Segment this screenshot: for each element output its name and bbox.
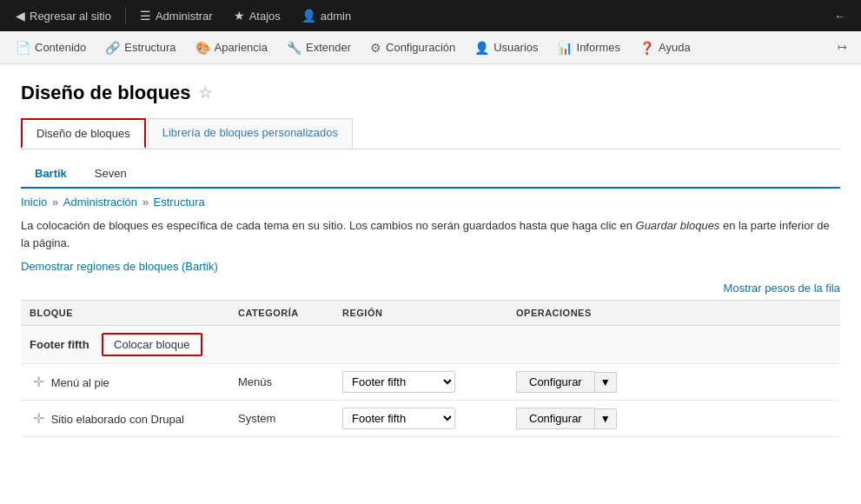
show-weights-link[interactable]: Mostrar pesos de la fila: [21, 282, 840, 295]
menu-icon: ☰: [140, 9, 151, 23]
col-header-bloque: BLOQUE: [21, 301, 229, 326]
nav-collapse[interactable]: ↦: [831, 37, 854, 57]
block-name-2: Sitio elaborado con Drupal: [51, 413, 184, 426]
table-row: ✛ Sitio elaborado con Drupal System Foot…: [21, 401, 840, 437]
usuarios-icon: 👤: [474, 41, 489, 55]
apariencia-icon: 🎨: [195, 41, 210, 55]
blocks-table: BLOQUE CATEGORÍA REGIÓN OPERACIONES Foot…: [21, 300, 840, 437]
nav-configuracion[interactable]: ⚙ Configuración: [361, 36, 464, 60]
block-categoria-1: Menús: [229, 364, 334, 401]
informes-icon: 📊: [558, 41, 573, 55]
nav-ayuda[interactable]: ❓ Ayuda: [631, 36, 699, 60]
nav-contenido[interactable]: 📄 Contenido: [7, 36, 95, 60]
user-icon: 👤: [301, 9, 316, 23]
extender-icon: 🔧: [287, 41, 301, 55]
region-select-2[interactable]: Footer fifth: [342, 408, 455, 429]
col-header-categoria: CATEGORÍA: [229, 301, 334, 326]
secondary-tabs: Bartik Seven: [21, 160, 840, 189]
config-btn-group-2: Configurar ▼: [516, 408, 617, 429]
description-text: La colocación de bloques es específica d…: [21, 217, 840, 251]
tab-libreria-bloques[interactable]: Librería de bloques personalizados: [148, 118, 353, 149]
nav-extender[interactable]: 🔧 Extender: [278, 36, 360, 60]
configurar-button-2[interactable]: Configurar: [516, 408, 594, 429]
user-menu[interactable]: 👤 admin: [293, 5, 360, 26]
bookmark-icon[interactable]: ☆: [198, 83, 212, 103]
region-row-footer-fifth: Footer fifth Colocar bloque: [21, 326, 840, 364]
drag-handle-1[interactable]: ✛: [30, 373, 48, 391]
secondary-nav: 📄 Contenido 🔗 Estructura 🎨 Apariencia 🔧 …: [0, 31, 861, 64]
tab-diseno-bloques[interactable]: Diseño de bloques: [21, 118, 146, 149]
admin-bar-right: ←: [825, 6, 854, 26]
table-body: Footer fifth Colocar bloque ✛ Menú al pi…: [21, 326, 840, 437]
table-header: BLOQUE CATEGORÍA REGIÓN OPERACIONES: [21, 301, 840, 326]
config-dropdown-1[interactable]: ▼: [594, 372, 617, 393]
colocar-bloque-button[interactable]: Colocar bloque: [102, 333, 202, 356]
configuracion-icon: ⚙: [370, 41, 381, 55]
shortcuts-menu[interactable]: ★ Atajos: [225, 5, 289, 26]
main-content: Diseño de bloques ☆ Diseño de bloques Li…: [0, 64, 861, 454]
nav-apariencia[interactable]: 🎨 Apariencia: [187, 36, 276, 60]
admin-menu[interactable]: ☰ Administrar: [131, 5, 222, 26]
primary-tabs: Diseño de bloques Librería de bloques pe…: [21, 118, 840, 149]
contenido-icon: 📄: [16, 41, 30, 55]
admin-bar: ◀ Regresar al sitio ☰ Administrar ★ Ataj…: [0, 0, 861, 31]
breadcrumb-estructura[interactable]: Estructura: [154, 196, 205, 209]
nav-informes[interactable]: 📊 Informes: [549, 36, 630, 60]
nav-estructura[interactable]: 🔗 Estructura: [96, 36, 184, 60]
breadcrumb-inicio[interactable]: Inicio: [21, 196, 47, 209]
region-select-1[interactable]: Footer fifth: [342, 371, 455, 393]
col-header-region: REGIÓN: [334, 301, 507, 326]
demo-link[interactable]: Demostrar regiones de bloques (Bartik): [21, 260, 218, 273]
nav-usuarios[interactable]: 👤 Usuarios: [466, 36, 546, 60]
block-name-1: Menú al pie: [51, 376, 109, 389]
config-dropdown-2[interactable]: ▼: [594, 408, 617, 429]
config-btn-group-1: Configurar ▼: [516, 371, 617, 393]
tab-seven[interactable]: Seven: [81, 160, 141, 187]
tab-bartik[interactable]: Bartik: [21, 160, 81, 189]
drag-handle-2[interactable]: ✛: [30, 409, 48, 428]
block-categoria-2: System: [229, 401, 334, 437]
estructura-icon: 🔗: [105, 41, 120, 55]
breadcrumb-administracion[interactable]: Administración: [63, 196, 137, 209]
table-row: ✛ Menú al pie Menús Footer fifth Configu…: [21, 364, 840, 401]
configurar-button-1[interactable]: Configurar: [516, 371, 594, 393]
star-icon: ★: [234, 9, 245, 23]
back-to-site[interactable]: ◀ Regresar al sitio: [7, 5, 120, 26]
ayuda-icon: ❓: [639, 41, 654, 55]
breadcrumb: Inicio » Administración » Estructura: [21, 196, 840, 209]
page-title: Diseño de bloques ☆: [21, 82, 840, 104]
back-icon: ◀: [16, 9, 25, 23]
col-header-operaciones: OPERACIONES: [507, 301, 840, 326]
region-name: Footer fifth: [30, 338, 89, 351]
divider-1: [125, 7, 126, 24]
collapse-btn[interactable]: ←: [825, 6, 854, 26]
